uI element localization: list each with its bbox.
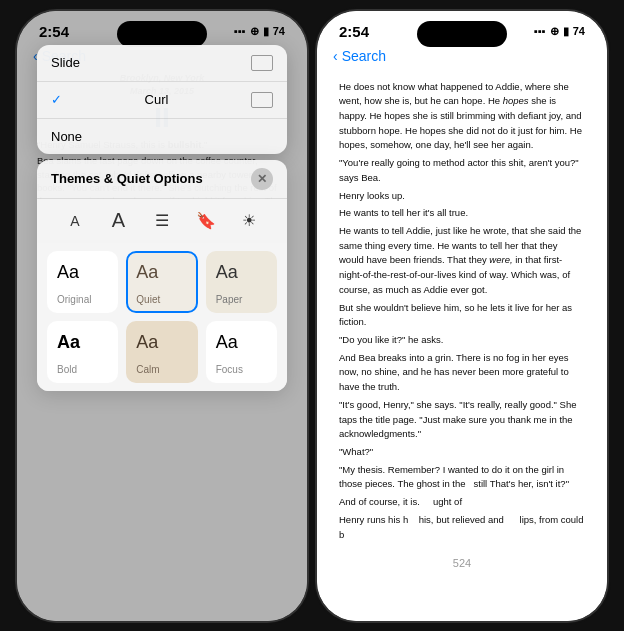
theme-aa-focus: Aa xyxy=(216,333,238,351)
theme-aa-paper: Aa xyxy=(216,263,238,281)
themes-grid: Aa Original Aa Quiet Aa Paper Aa xyxy=(37,243,287,391)
theme-label-quiet: Quiet xyxy=(136,294,160,305)
font-large-button[interactable]: A xyxy=(100,207,136,235)
page-turn-item-curl[interactable]: ✓ Curl xyxy=(37,82,287,119)
time-right: 2:54 xyxy=(339,23,369,40)
theme-label-focus: Focus xyxy=(216,364,243,375)
right-para-12: Henry runs his h his, but relieved and l… xyxy=(339,513,585,542)
close-button[interactable]: ✕ xyxy=(251,168,273,190)
theme-card-original[interactable]: Aa Original xyxy=(47,251,118,313)
theme-label-calm: Calm xyxy=(136,364,159,375)
battery-icon-right: ▮ xyxy=(563,25,569,38)
theme-aa-calm: Aa xyxy=(136,333,158,351)
right-para-9: "What?" xyxy=(339,445,585,460)
theme-aa-quiet: Aa xyxy=(136,263,158,281)
phones-container: 2:54 ▪▪▪ ⊕ ▮ 74 ‹ Search Brooklyn, New Y… xyxy=(0,0,624,631)
checkmark-icon: ✓ xyxy=(51,92,62,107)
slide-icon xyxy=(251,55,273,71)
reading-content-right: He does not know what happened to Addie,… xyxy=(317,72,607,554)
none-label: None xyxy=(51,129,82,144)
theme-card-paper[interactable]: Aa Paper xyxy=(206,251,277,313)
theme-card-calm[interactable]: Aa Calm xyxy=(126,321,197,383)
list-button[interactable]: ☰ xyxy=(144,207,180,235)
wifi-icon-right: ⊕ xyxy=(550,25,559,38)
theme-card-bold[interactable]: Aa Bold xyxy=(47,321,118,383)
font-small-button[interactable]: A xyxy=(57,207,93,235)
right-para-0: He does not know what happened to Addie,… xyxy=(339,80,585,154)
dynamic-island-right xyxy=(417,21,507,47)
curl-label: Curl xyxy=(145,92,169,107)
slide-label: Slide xyxy=(51,55,80,70)
reading-toolbar: A A ☰ 🔖 ☀ xyxy=(37,199,287,243)
themes-header: Themes & Quiet Options ✕ A A ☰ 🔖 ☀ xyxy=(37,160,287,391)
page-number: 524 xyxy=(317,553,607,577)
right-para-2: Henry looks up. xyxy=(339,189,585,204)
right-para-11: And of course, it is. ught of xyxy=(339,495,585,510)
page-turn-menu: Slide ✓ Curl None Themes & Quiet xyxy=(37,45,287,391)
right-para-10: "My thesis. Remember? I wanted to do it … xyxy=(339,463,585,492)
theme-label-paper: Paper xyxy=(216,294,243,305)
theme-card-quiet[interactable]: Aa Quiet xyxy=(126,251,197,313)
theme-card-focus[interactable]: Aa Focus xyxy=(206,321,277,383)
right-para-6: "Do you like it?" he asks. xyxy=(339,333,585,348)
right-para-4: He wants to tell Addie, just like he wro… xyxy=(339,224,585,298)
theme-aa-original: Aa xyxy=(57,263,79,281)
right-para-7: And Bea breaks into a grin. There is no … xyxy=(339,351,585,395)
right-phone: 2:54 ▪▪▪ ⊕ ▮ 74 ‹ Search He does not kno… xyxy=(317,11,607,621)
theme-label-bold: Bold xyxy=(57,364,77,375)
signal-icon-right: ▪▪▪ xyxy=(534,25,546,37)
back-button-right[interactable]: ‹ Search xyxy=(333,48,386,64)
themes-label: Themes & Quiet Options xyxy=(51,171,203,186)
right-para-5: But she wouldn't believe him, so he lets… xyxy=(339,301,585,330)
right-para-8: "It's good, Henry," she says. "It's real… xyxy=(339,398,585,442)
page-turn-popup: Slide ✓ Curl None xyxy=(37,45,287,154)
bookmark-button[interactable]: 🔖 xyxy=(188,207,224,235)
theme-label-original: Original xyxy=(57,294,91,305)
nav-bar-right: ‹ Search xyxy=(317,44,607,72)
back-chevron-icon-right: ‹ xyxy=(333,48,338,64)
theme-aa-bold: Aa xyxy=(57,333,80,351)
brightness-button[interactable]: ☀ xyxy=(231,207,267,235)
battery-level-right: 74 xyxy=(573,25,585,37)
curl-icon xyxy=(251,92,273,108)
themes-title-row: Themes & Quiet Options ✕ xyxy=(37,160,287,199)
left-phone: 2:54 ▪▪▪ ⊕ ▮ 74 ‹ Search Brooklyn, New Y… xyxy=(17,11,307,621)
right-para-3: He wants to tell her it's all true. xyxy=(339,206,585,221)
right-para-1: "You're really going to method actor thi… xyxy=(339,156,585,185)
page-turn-item-slide[interactable]: Slide xyxy=(37,45,287,82)
status-icons-right: ▪▪▪ ⊕ ▮ 74 xyxy=(534,25,585,38)
page-turn-item-none[interactable]: None xyxy=(37,119,287,154)
back-label-right: Search xyxy=(342,48,386,64)
